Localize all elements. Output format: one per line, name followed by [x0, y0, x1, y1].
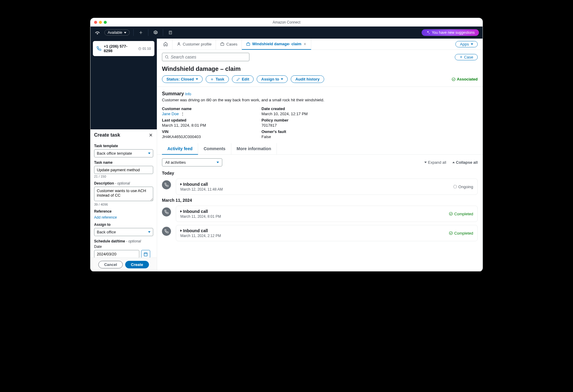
last-updated-value: March 11, 2024, 8:01 PM: [162, 123, 252, 128]
chevron-down-icon: [196, 78, 198, 80]
task-template-select[interactable]: Back office template: [94, 149, 153, 157]
close-tab-icon[interactable]: [303, 42, 307, 46]
settings-icon[interactable]: [152, 29, 159, 36]
call-phone-number: +1 (206) 577-8298: [104, 44, 136, 53]
feed-item-time: March 12, 2024, 11:48 AM: [180, 187, 223, 191]
calculator-icon[interactable]: [167, 29, 174, 36]
feed-item-status: Completed: [449, 209, 473, 219]
new-case-button[interactable]: Case: [455, 54, 478, 60]
phone-icon: [97, 46, 101, 51]
feed-item-title: Inbound call: [183, 228, 208, 233]
status-dropdown[interactable]: Status: Closed: [162, 75, 203, 83]
chevron-down-icon: [471, 43, 473, 45]
feed-item-status: Ongoing: [453, 182, 473, 191]
feed-item-time: March 11, 2024, 8:01 PM: [180, 214, 221, 219]
add-reference-link[interactable]: Add reference: [94, 215, 117, 220]
owners-fault-label: Owner's fault: [261, 129, 352, 134]
clock-icon: [138, 47, 141, 50]
close-window-icon[interactable]: [94, 21, 97, 24]
svg-point-9: [454, 185, 457, 188]
tab-home[interactable]: [162, 39, 173, 49]
kebab-menu-icon[interactable]: ⋮: [181, 112, 185, 116]
feed-card[interactable]: Inbound call March 12, 2024, 11:48 AM On…: [176, 179, 478, 195]
edit-button[interactable]: Edit: [232, 75, 254, 83]
pending-icon: [453, 185, 457, 189]
briefcase-icon: [246, 42, 250, 46]
check-circle-icon: [449, 231, 453, 235]
collapse-all-button[interactable]: Collapse all: [452, 160, 478, 165]
summary-heading: Summary: [162, 91, 184, 96]
expand-all-button[interactable]: Expand all: [424, 160, 446, 165]
customer-name-label: Customer name: [162, 106, 252, 111]
phone-icon: [162, 180, 171, 189]
divider: [163, 29, 163, 36]
calendar-button[interactable]: [141, 250, 150, 258]
policy-number-value: 7017817: [261, 123, 352, 128]
associated-status: Associated: [451, 77, 478, 81]
chevron-right-icon: [180, 183, 182, 185]
call-duration: 01:10: [138, 47, 151, 50]
sparkle-icon: [426, 30, 430, 35]
suggestions-label: You have new suggestions: [432, 30, 475, 35]
info-link[interactable]: Info: [185, 92, 191, 96]
agent-status-dropdown[interactable]: Available: [104, 30, 130, 36]
tab-bar: Customer profile Cases Windshield damage…: [157, 39, 483, 50]
search-icon: [165, 55, 169, 59]
subtab-activity-feed[interactable]: Activity feed: [162, 143, 198, 155]
feed-card[interactable]: Inbound call March 11, 2024, 8:01 PM Com…: [176, 206, 478, 222]
feed-item-title: Inbound call: [183, 209, 208, 214]
feed-date-today: Today: [162, 171, 478, 175]
summary-text: Customer was driving on i90 on the way b…: [162, 98, 478, 102]
assign-to-select[interactable]: Back office: [94, 228, 153, 236]
create-task-panel: Create task Task template Back office te…: [90, 129, 157, 271]
svg-rect-3: [144, 253, 147, 256]
task-name-input[interactable]: [94, 166, 153, 174]
feed-item-title: Inbound call: [183, 182, 208, 187]
task-description-input[interactable]: [94, 187, 153, 201]
vin-label: VIN: [162, 129, 252, 134]
add-task-button[interactable]: Task: [206, 75, 229, 83]
divider: [148, 29, 148, 36]
active-call-card[interactable]: +1 (206) 577-8298 01:10: [93, 41, 154, 56]
agent-status-label: Available: [108, 30, 122, 35]
search-cases-input[interactable]: Search cases: [162, 53, 249, 61]
add-icon[interactable]: [137, 29, 144, 36]
chevron-right-icon: [180, 210, 182, 213]
assign-to-label: Assign to: [94, 223, 153, 227]
minimize-window-icon[interactable]: [99, 21, 102, 24]
close-panel-icon[interactable]: [148, 133, 153, 138]
chevron-down-icon: [217, 162, 219, 163]
chevron-up-icon: [452, 162, 455, 163]
traffic-lights: [94, 21, 107, 24]
tab-customer-profile[interactable]: Customer profile: [173, 39, 216, 49]
calendar-icon: [143, 252, 148, 257]
activity-filter-select[interactable]: All activities: [162, 158, 222, 166]
tab-windshield-claim[interactable]: Windshield damage- claim: [242, 39, 311, 50]
subtab-comments[interactable]: Comments: [198, 143, 231, 154]
case-title: Windshield damage – claim: [157, 64, 483, 75]
window-title: Amazon Connect: [273, 20, 300, 24]
svg-point-7: [165, 55, 168, 58]
audit-history-button[interactable]: Audit history: [291, 75, 324, 83]
subtab-more-info[interactable]: More information: [231, 143, 277, 154]
apps-dropdown[interactable]: Apps: [455, 41, 478, 47]
feed-date-march11: March 11, 2024: [162, 198, 478, 203]
suggestions-button[interactable]: You have new suggestions: [422, 29, 479, 36]
create-button[interactable]: Create: [125, 261, 149, 268]
tab-cases[interactable]: Cases: [216, 39, 242, 49]
feed-item-status: Completed: [449, 228, 473, 238]
feed-card[interactable]: Inbound call March 11, 2024, 2:12 PM Com…: [176, 225, 478, 241]
date-input[interactable]: [94, 250, 139, 258]
cancel-button[interactable]: Cancel: [98, 261, 123, 268]
chevron-right-icon: [180, 229, 182, 232]
divider: [133, 29, 134, 36]
svg-point-10: [449, 212, 453, 216]
feed-item-time: March 11, 2024, 2:12 PM: [180, 234, 221, 238]
owners-fault-value: False: [261, 134, 352, 139]
phone-icon: [162, 207, 171, 217]
schedule-label: Schedule dat/time - optional: [94, 239, 153, 243]
assign-dropdown[interactable]: Assign to: [257, 75, 288, 83]
customer-name-link[interactable]: Jane Doe: [162, 112, 179, 116]
maximize-window-icon[interactable]: [104, 21, 107, 24]
create-task-title: Create task: [94, 132, 148, 138]
